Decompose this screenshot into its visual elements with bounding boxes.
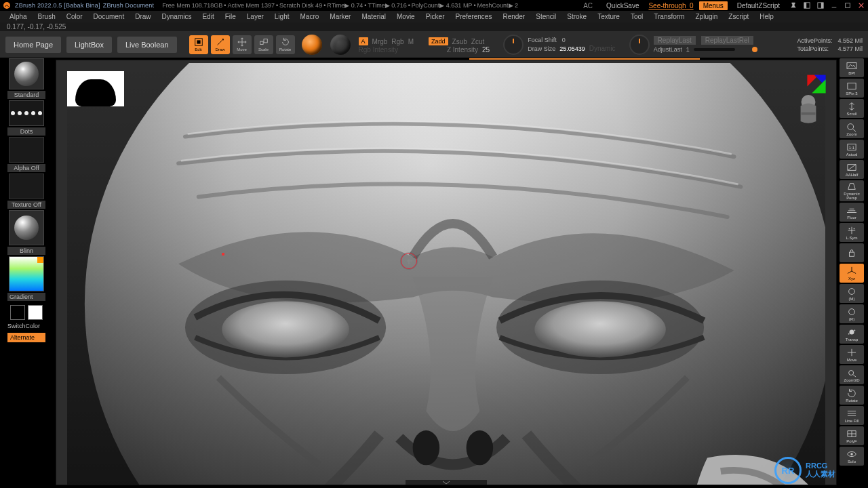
color-picker-tile[interactable]: Gradient (7, 256, 45, 301)
texture-tile[interactable]: Texture Off (7, 174, 45, 209)
tool-transp-button[interactable]: Transp (840, 325, 864, 344)
scale-mode-button[interactable]: Scale (254, 35, 273, 54)
symmetry-marker (222, 253, 224, 256)
tool-floor-button[interactable]: Floor (840, 203, 864, 222)
a-toggle[interactable]: A (359, 37, 368, 45)
menu-color[interactable]: Color (61, 11, 88, 22)
home-page-button[interactable]: Home Page (5, 37, 61, 53)
menu-alpha[interactable]: Alpha (4, 11, 33, 22)
zadd-toggle[interactable]: Zadd (429, 37, 448, 45)
edit-mode-button[interactable]: Edit (189, 35, 208, 54)
main-color-swatch[interactable] (10, 305, 25, 320)
tool-actual-button[interactable]: 1:1Actual (840, 140, 864, 159)
pin-icon[interactable] (789, 1, 797, 9)
replaylast-button[interactable]: ReplayLast (654, 36, 696, 45)
tool-m-button[interactable]: (M) (840, 284, 864, 303)
tool-lsym-button[interactable]: L.Sym (840, 223, 864, 242)
menu-zplugin[interactable]: Zplugin (690, 11, 724, 22)
focal-shift-value[interactable]: 0 (562, 37, 566, 43)
menu-marker[interactable]: Marker (324, 11, 356, 22)
viewport[interactable] (56, 60, 837, 485)
replaylastrel-button[interactable]: ReplayLastRel (701, 36, 753, 45)
menu-light[interactable]: Light (269, 11, 295, 22)
tool-r-button[interactable]: (R) (840, 304, 864, 323)
gizmo-3d-toggle[interactable] (302, 35, 322, 55)
svg-point-16 (534, 301, 666, 357)
zcut-toggle[interactable]: Zcut (471, 38, 484, 45)
menu-zscript[interactable]: Zscript (723, 11, 754, 22)
menu-transform[interactable]: Transform (648, 11, 690, 22)
menu-texture[interactable]: Texture (592, 11, 625, 22)
adjust-knob[interactable] (629, 35, 650, 55)
tool-rotate-button[interactable]: Rotate (840, 386, 864, 405)
rgb-toggle[interactable]: Rgb (391, 38, 403, 45)
menu-dynamics[interactable]: Dynamics (157, 11, 197, 22)
tool-linefill-button[interactable]: Line Fill (840, 406, 864, 425)
tool-spix-button[interactable]: SPix 3 (840, 79, 864, 98)
menu-preferences[interactable]: Preferences (450, 11, 497, 22)
focal-knob[interactable] (503, 35, 524, 55)
stroke-tile[interactable]: Dots (7, 100, 45, 136)
menu-file[interactable]: File (220, 11, 241, 22)
menu-macro[interactable]: Macro (295, 11, 325, 22)
tool-polyf-button[interactable]: PolyF (840, 426, 864, 445)
dynamic-toggle[interactable]: Dynamic (589, 45, 616, 52)
alpha-tile[interactable]: Alpha Off (7, 137, 45, 172)
sculptris-toggle[interactable] (330, 35, 351, 55)
rotate-mode-button[interactable]: Rotate (276, 35, 295, 54)
menu-stroke[interactable]: Stroke (561, 11, 592, 22)
m-toggle[interactable]: M (408, 38, 414, 45)
maximize-icon[interactable] (844, 1, 852, 9)
menu-help[interactable]: Help (754, 11, 779, 22)
dock-right-icon[interactable] (816, 1, 825, 9)
menu-brush[interactable]: Brush (33, 11, 61, 22)
tool-persp-button[interactable]: Dynamic Persp (840, 180, 864, 201)
draw-mode-button[interactable]: Draw (211, 35, 230, 54)
secondary-color-swatch[interactable] (28, 305, 43, 320)
menu-edit[interactable]: Edit (197, 11, 219, 22)
live-boolean-button[interactable]: Live Boolean (117, 37, 177, 53)
menu-document[interactable]: Document (88, 11, 130, 22)
minimize-icon[interactable] (830, 1, 838, 9)
tool-zoom-button[interactable]: Zoom (840, 119, 864, 138)
tool-aahalf-button[interactable]: AAHalf (840, 160, 864, 179)
menu-layer[interactable]: Layer (241, 11, 269, 22)
switchcolor-button[interactable]: SwitchColor (7, 321, 45, 331)
alternate-button[interactable]: Alternate (7, 333, 45, 342)
menu-stencil[interactable]: Stencil (530, 11, 561, 22)
material-tile[interactable]: Blinn (7, 210, 45, 255)
lightbox-button[interactable]: LightBox (66, 37, 112, 53)
zsub-toggle[interactable]: Zsub (452, 38, 467, 45)
brush-tile[interactable]: Standard (7, 58, 45, 99)
tool-bpf-button[interactable]: BPf (840, 58, 864, 77)
nav-axis-gizmo[interactable] (805, 73, 828, 96)
default-zscript[interactable]: DefaultZScript (733, 1, 784, 10)
close-icon[interactable] (857, 1, 865, 9)
move-mode-button[interactable]: Move (233, 35, 252, 54)
menus-toggle[interactable]: Menus (699, 1, 728, 10)
color-gradient-icon[interactable] (9, 256, 44, 291)
shelf-expand-handle[interactable] (406, 480, 487, 485)
tool-scroll-button[interactable]: Scroll (840, 99, 864, 118)
tool-move-button[interactable]: Move (840, 345, 864, 364)
seethrough-control[interactable]: See-through 0 (648, 2, 693, 9)
mrgb-toggle[interactable]: Mrgb (372, 38, 388, 45)
silhouette-preview[interactable] (67, 71, 124, 106)
menu-render[interactable]: Render (497, 11, 530, 22)
quicksave-button[interactable]: QuickSave (602, 1, 643, 10)
adjustlast-slider[interactable] (694, 48, 735, 51)
tool-zoom3d-button[interactable]: Zoom3D (840, 365, 864, 384)
adjustlast-value[interactable]: 1 (686, 46, 690, 53)
tool-solo-button[interactable]: Solo (840, 447, 864, 466)
menu-tool[interactable]: Tool (625, 11, 648, 22)
menu-picker[interactable]: Picker (420, 11, 450, 22)
tool-lock-button[interactable] (840, 243, 864, 262)
dock-left-icon[interactable] (803, 1, 811, 9)
menu-draw[interactable]: Draw (130, 11, 156, 22)
menu-movie[interactable]: Movie (391, 11, 420, 22)
tool-xyz-button[interactable]: Xyz (840, 264, 864, 283)
z-intensity-value[interactable]: 25 (482, 46, 490, 54)
camera-ghost-icon[interactable] (795, 93, 821, 124)
menu-material[interactable]: Material (356, 11, 391, 22)
draw-size-value[interactable]: 25.05439 (559, 45, 585, 52)
